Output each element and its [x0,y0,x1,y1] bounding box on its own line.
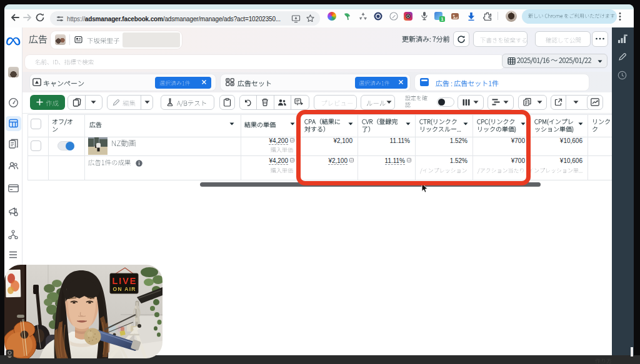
svg-text:ON AIR: ON AIR [113,286,136,292]
svg-text:LIVE: LIVE [112,276,136,286]
